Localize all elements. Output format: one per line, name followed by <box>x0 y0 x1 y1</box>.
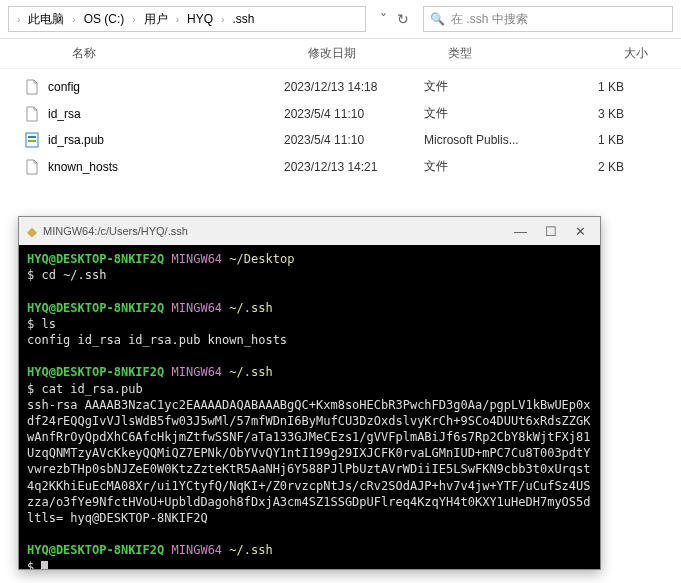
file-row[interactable]: config2023/12/13 14:18文件1 KB <box>0 73 681 100</box>
file-name: config <box>48 80 80 94</box>
search-input[interactable]: 🔍 在 .ssh 中搜索 <box>423 6 673 32</box>
file-date: 2023/5/4 11:10 <box>284 107 424 121</box>
refresh-icon[interactable]: ↻ <box>397 11 409 27</box>
dropdown-icon[interactable]: ˅ <box>380 11 387 27</box>
terminal-body[interactable]: HYQ@DESKTOP-8NKIF2Q MINGW64 ~/Desktop $ … <box>19 245 600 569</box>
file-row[interactable]: known_hosts2023/12/13 14:21文件2 KB <box>0 153 681 180</box>
file-icon <box>24 132 44 148</box>
file-size: 2 KB <box>564 160 624 174</box>
chevron-right-icon: › <box>130 14 137 25</box>
svg-rect-1 <box>28 136 36 138</box>
chevron-right-icon: › <box>219 14 226 25</box>
chevron-right-icon: › <box>15 14 22 25</box>
file-name: id_rsa <box>48 107 81 121</box>
file-type: 文件 <box>424 78 564 95</box>
file-icon <box>24 159 44 175</box>
breadcrumb-item[interactable]: .ssh <box>228 11 258 27</box>
breadcrumb-item[interactable]: 此电脑 <box>24 10 68 29</box>
search-placeholder: 在 .ssh 中搜索 <box>451 11 528 28</box>
search-icon: 🔍 <box>430 12 445 26</box>
file-row[interactable]: id_rsa2023/5/4 11:10文件3 KB <box>0 100 681 127</box>
breadcrumb-item[interactable]: OS (C:) <box>80 11 129 27</box>
breadcrumb[interactable]: › 此电脑 › OS (C:) › 用户 › HYQ › .ssh <box>8 6 366 32</box>
col-date-label[interactable]: 修改日期 <box>308 45 448 62</box>
ssh-key-output: ssh-rsa AAAAB3NzaC1yc2EAAAADAQABAAABgQC+… <box>27 397 592 527</box>
file-name: id_rsa.pub <box>48 133 104 147</box>
file-type: 文件 <box>424 105 564 122</box>
file-date: 2023/12/13 14:21 <box>284 160 424 174</box>
col-name-label[interactable]: 名称 <box>72 45 96 62</box>
file-icon <box>24 106 44 122</box>
minimize-button[interactable]: — <box>514 224 527 239</box>
close-button[interactable]: ✕ <box>575 224 586 239</box>
terminal-icon: ◆ <box>27 224 37 239</box>
file-size: 1 KB <box>564 80 624 94</box>
file-list-header: 名称 修改日期 类型 大小 <box>0 39 681 69</box>
breadcrumb-item[interactable]: 用户 <box>140 10 172 29</box>
file-icon <box>24 79 44 95</box>
maximize-button[interactable]: ☐ <box>545 224 557 239</box>
file-type: Microsoft Publis... <box>424 133 564 147</box>
file-date: 2023/5/4 11:10 <box>284 133 424 147</box>
terminal-window: ◆ MINGW64:/c/Users/HYQ/.ssh — ☐ ✕ HYQ@DE… <box>18 216 601 570</box>
file-type: 文件 <box>424 158 564 175</box>
chevron-right-icon: › <box>70 14 77 25</box>
file-row[interactable]: id_rsa.pub2023/5/4 11:10Microsoft Publis… <box>0 127 681 153</box>
chevron-right-icon: › <box>174 14 181 25</box>
window-title: MINGW64:/c/Users/HYQ/.ssh <box>43 225 514 237</box>
col-size-label[interactable]: 大小 <box>588 45 648 62</box>
svg-rect-2 <box>28 140 36 142</box>
file-date: 2023/12/13 14:18 <box>284 80 424 94</box>
col-type-label[interactable]: 类型 <box>448 45 588 62</box>
breadcrumb-item[interactable]: HYQ <box>183 11 217 27</box>
cursor <box>41 561 48 569</box>
file-size: 1 KB <box>564 133 624 147</box>
title-bar[interactable]: ◆ MINGW64:/c/Users/HYQ/.ssh — ☐ ✕ <box>19 217 600 245</box>
file-list: config2023/12/13 14:18文件1 KBid_rsa2023/5… <box>0 69 681 184</box>
file-name: known_hosts <box>48 160 118 174</box>
file-size: 3 KB <box>564 107 624 121</box>
